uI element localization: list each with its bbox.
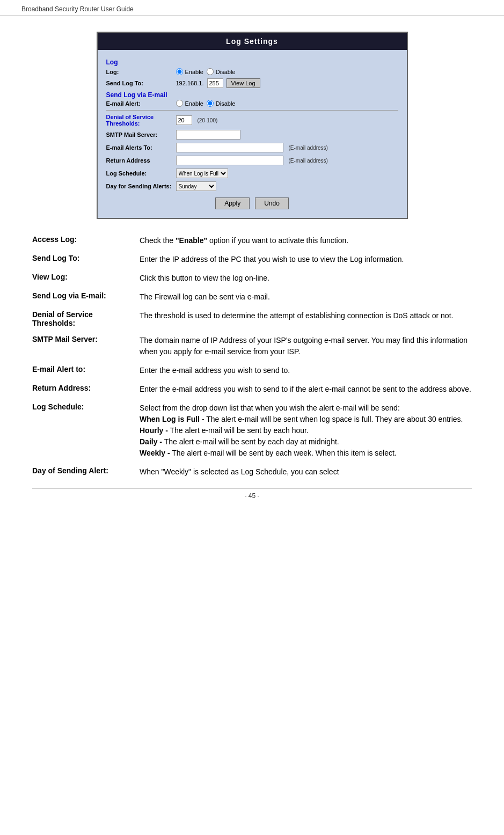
header-title: Broadband Security Router User Guide bbox=[21, 5, 134, 13]
desc-row-9: Day of Sending Alert: When "Weekly" is s… bbox=[32, 466, 472, 478]
log-section-label: Log bbox=[106, 58, 398, 66]
smtp-input[interactable] bbox=[176, 130, 240, 140]
log-enable-radio[interactable] bbox=[176, 68, 183, 75]
log-disable-radio[interactable] bbox=[207, 68, 214, 75]
desc-def-4: The threshold is used to determine the a… bbox=[140, 310, 472, 321]
desc-term-9: Day of Sending Alert: bbox=[32, 466, 140, 475]
desc-term-7: Return Address: bbox=[32, 384, 140, 392]
ip-prefix-text: 192.168.1. bbox=[176, 80, 204, 86]
send-log-to-label: Send Log To: bbox=[106, 80, 176, 86]
log-schedule-select[interactable]: When Log is Full Hourly Daily Weekly bbox=[176, 169, 228, 178]
email-enable-text: Enable bbox=[185, 100, 203, 107]
email-alerts-to-row: E-mail Alerts To: (E-mail address) bbox=[106, 143, 398, 152]
log-disable-text: Disable bbox=[216, 69, 236, 75]
email-alerts-to-input[interactable] bbox=[176, 143, 283, 152]
button-row: Apply Undo bbox=[106, 197, 398, 209]
smtp-controls bbox=[176, 130, 240, 140]
desc-def-6: Enter the e-mail address you wish to sen… bbox=[140, 365, 472, 376]
desc-row-8: Log Schedule: Select from the drop down … bbox=[32, 402, 472, 459]
page-content: Log Settings Log Log: Enable Disable bbox=[0, 26, 504, 521]
screenshot-container: Log Settings Log Log: Enable Disable bbox=[32, 32, 472, 219]
desc-def-9: When "Weekly" is selected as Log Schedul… bbox=[140, 466, 472, 478]
desc-def-2: Click this button to view the log on-lin… bbox=[140, 273, 472, 284]
log-enable-label[interactable]: Enable bbox=[176, 68, 203, 75]
desc-term-3: Send Log via E-mail: bbox=[32, 291, 140, 300]
dos-row: Denial of Service Thresholds: (20-100) bbox=[106, 114, 398, 127]
divider bbox=[106, 110, 398, 111]
desc-def-8: Select from the drop down list that when… bbox=[140, 402, 472, 459]
page-footer: - 45 - bbox=[32, 488, 472, 500]
desc-term-6: E-mail Alert to: bbox=[32, 365, 140, 373]
log-schedule-row: Log Schedule: When Log is Full Hourly Da… bbox=[106, 169, 398, 178]
smtp-row: SMTP Mail Server: bbox=[106, 130, 398, 140]
email-enable-label[interactable]: Enable bbox=[176, 100, 203, 107]
email-disable-text: Disable bbox=[216, 100, 236, 107]
apply-button[interactable]: Apply bbox=[215, 197, 250, 209]
page-header: Broadband Security Router User Guide bbox=[0, 0, 504, 16]
desc-def-1: Enter the IP address of the PC that you … bbox=[140, 254, 472, 265]
undo-button[interactable]: Undo bbox=[255, 197, 289, 209]
desc-def-7: Enter the e-mail address you wish to sen… bbox=[140, 384, 472, 395]
day-sending-controls: Sunday Monday Tuesday Wednesday Thursday… bbox=[176, 181, 216, 191]
desc-term-0: Access Log: bbox=[32, 235, 140, 244]
dos-input[interactable] bbox=[176, 115, 192, 125]
email-alert-label: E-mail Alert: bbox=[106, 100, 176, 107]
dos-hint: (20-100) bbox=[198, 118, 218, 123]
desc-row-2: View Log: Click this button to view the … bbox=[32, 273, 472, 284]
email-disable-radio[interactable] bbox=[207, 100, 214, 107]
email-alert-controls: Enable Disable bbox=[176, 100, 236, 107]
email-alerts-to-controls: (E-mail address) bbox=[176, 143, 328, 152]
email-alerts-to-label: E-mail Alerts To: bbox=[106, 144, 176, 151]
desc-term-1: Send Log To: bbox=[32, 254, 140, 262]
log-enable-text: Enable bbox=[185, 69, 203, 75]
desc-def-5: The domain name of IP Address of your IS… bbox=[140, 335, 472, 357]
return-address-input[interactable] bbox=[176, 156, 283, 165]
return-address-hint: (E-mail address) bbox=[289, 158, 328, 164]
ip-suffix-input[interactable] bbox=[207, 78, 223, 88]
desc-row-5: SMTP Mail Server: The domain name of IP … bbox=[32, 335, 472, 357]
log-schedule-label: Log Schedule: bbox=[106, 170, 176, 177]
return-address-row: Return Address (E-mail address) bbox=[106, 156, 398, 165]
page-number: - 45 - bbox=[244, 492, 259, 500]
desc-row-4: Denial of Service Thresholds: The thresh… bbox=[32, 310, 472, 327]
email-alerts-to-hint: (E-mail address) bbox=[289, 145, 328, 151]
return-address-controls: (E-mail address) bbox=[176, 156, 328, 165]
desc-row-0: Access Log: Check the "Enable" option if… bbox=[32, 235, 472, 246]
send-log-to-controls: 192.168.1. View Log bbox=[176, 78, 260, 88]
desc-def-3: The Firewall log can be sent via e-mail. bbox=[140, 291, 472, 303]
email-disable-label[interactable]: Disable bbox=[207, 100, 236, 107]
desc-row-6: E-mail Alert to: Enter the e-mail addres… bbox=[32, 365, 472, 376]
log-settings-panel: Log Settings Log Log: Enable Disable bbox=[97, 32, 408, 219]
email-enable-radio[interactable] bbox=[176, 100, 183, 107]
desc-def-0: Check the "Enable" option if you want to… bbox=[140, 235, 472, 246]
send-log-to-row: Send Log To: 192.168.1. View Log bbox=[106, 78, 398, 88]
panel-title-bar: Log Settings bbox=[98, 33, 407, 50]
description-table: Access Log: Check the "Enable" option if… bbox=[32, 235, 472, 478]
panel-body: Log Log: Enable Disable bbox=[98, 50, 407, 218]
desc-row-7: Return Address: Enter the e-mail address… bbox=[32, 384, 472, 395]
send-log-email-section-label: Send Log via E-mail bbox=[106, 91, 398, 99]
desc-row-3: Send Log via E-mail: The Firewall log ca… bbox=[32, 291, 472, 303]
desc-term-8: Log Schedule: bbox=[32, 402, 140, 411]
return-address-label: Return Address bbox=[106, 157, 176, 164]
desc-term-4: Denial of Service Thresholds: bbox=[32, 310, 140, 327]
desc-term-5: SMTP Mail Server: bbox=[32, 335, 140, 343]
day-sending-select[interactable]: Sunday Monday Tuesday Wednesday Thursday… bbox=[176, 181, 216, 191]
log-controls: Enable Disable bbox=[176, 68, 236, 75]
log-row: Log: Enable Disable bbox=[106, 68, 398, 75]
dos-label: Denial of Service Thresholds: bbox=[106, 114, 176, 127]
desc-row-1: Send Log To: Enter the IP address of the… bbox=[32, 254, 472, 265]
log-field-label: Log: bbox=[106, 69, 176, 75]
log-schedule-controls: When Log is Full Hourly Daily Weekly bbox=[176, 169, 228, 178]
log-disable-label[interactable]: Disable bbox=[207, 68, 236, 75]
view-log-button[interactable]: View Log bbox=[227, 78, 260, 88]
smtp-label: SMTP Mail Server: bbox=[106, 131, 176, 138]
desc-term-2: View Log: bbox=[32, 273, 140, 281]
day-sending-label: Day for Sending Alerts: bbox=[106, 183, 176, 189]
day-sending-row: Day for Sending Alerts: Sunday Monday Tu… bbox=[106, 181, 398, 191]
email-alert-row: E-mail Alert: Enable Disable bbox=[106, 100, 398, 107]
dos-controls: (20-100) bbox=[176, 115, 218, 125]
